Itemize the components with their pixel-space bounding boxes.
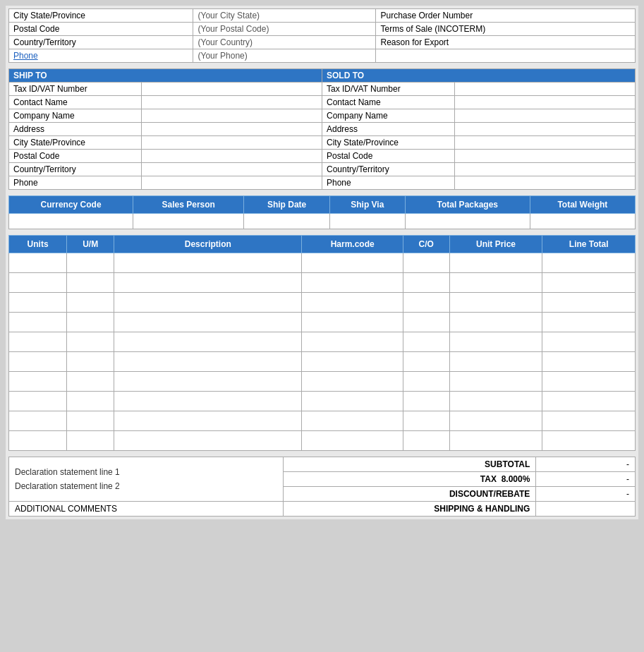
line-cell-9-0 bbox=[9, 431, 67, 451]
ship-value-5 bbox=[142, 150, 322, 163]
table-row bbox=[9, 293, 636, 313]
ship-value-7 bbox=[142, 176, 322, 190]
line-items-table: UnitsU/MDescriptionHarm.codeC/OUnit Pric… bbox=[8, 235, 636, 451]
line-col-1: U/M bbox=[67, 236, 114, 253]
line-cell-8-0 bbox=[9, 411, 67, 431]
sold-value-5 bbox=[455, 150, 636, 163]
discount-label: DISCOUNT/REBATE bbox=[283, 487, 536, 502]
line-cell-3-6 bbox=[542, 313, 636, 332]
line-cell-9-5 bbox=[449, 431, 542, 451]
table-row bbox=[9, 313, 636, 332]
line-col-0: Units bbox=[9, 236, 67, 253]
bottom-labels-row: ADDITIONAL COMMENTS SHIPPING & HANDLING bbox=[9, 502, 636, 517]
ship-value-0 bbox=[142, 83, 322, 96]
line-cell-1-1 bbox=[67, 273, 114, 293]
line-cell-4-0 bbox=[9, 332, 67, 352]
ship-data-4 bbox=[405, 214, 530, 229]
top-left-label-1: Postal Code bbox=[9, 23, 193, 36]
table-row bbox=[9, 253, 636, 273]
line-cell-8-5 bbox=[449, 411, 542, 431]
line-cell-1-0 bbox=[9, 273, 67, 293]
line-cell-9-6 bbox=[542, 431, 636, 451]
shipping-table: Currency CodeSales PersonShip DateShip V… bbox=[8, 195, 636, 229]
table-row bbox=[9, 431, 636, 451]
sold-value-3 bbox=[455, 123, 636, 136]
line-cell-4-6 bbox=[542, 332, 636, 352]
ship-value-2 bbox=[142, 109, 322, 123]
line-cell-1-3 bbox=[302, 273, 403, 293]
top-left-label-2: Country/Territory bbox=[9, 36, 193, 49]
ship-data-2 bbox=[244, 214, 330, 229]
shipping-handling-value bbox=[536, 502, 636, 517]
ship-value-3 bbox=[142, 123, 322, 136]
sold-value-0 bbox=[455, 83, 636, 96]
top-left-value-3: (Your Phone) bbox=[193, 49, 376, 63]
line-cell-4-3 bbox=[302, 332, 403, 352]
line-cell-3-3 bbox=[302, 313, 403, 332]
line-cell-1-4 bbox=[403, 273, 449, 293]
line-cell-6-4 bbox=[403, 372, 449, 392]
line-cell-3-5 bbox=[449, 313, 542, 332]
ship-data-5 bbox=[530, 214, 635, 229]
line-cell-8-6 bbox=[542, 411, 636, 431]
sold-label-6: Country/Territory bbox=[322, 163, 454, 176]
line-cell-6-6 bbox=[542, 372, 636, 392]
line-cell-0-4 bbox=[403, 253, 449, 273]
line-cell-5-6 bbox=[542, 352, 636, 372]
table-row bbox=[9, 352, 636, 372]
line-cell-6-2 bbox=[114, 372, 302, 392]
line-cell-7-6 bbox=[542, 392, 636, 411]
line-cell-8-1 bbox=[67, 411, 114, 431]
line-cell-2-3 bbox=[302, 293, 403, 313]
line-cell-8-4 bbox=[403, 411, 449, 431]
table-row bbox=[9, 273, 636, 293]
line-cell-9-3 bbox=[302, 431, 403, 451]
top-right-label-1: Terms of Sale (INCOTERM) bbox=[376, 23, 636, 36]
line-cell-0-0 bbox=[9, 253, 67, 273]
top-right-label-0: Purchase Order Number bbox=[376, 9, 636, 23]
line-col-6: Line Total bbox=[542, 236, 636, 253]
ship-label-6: Country/Territory bbox=[9, 163, 142, 176]
line-cell-3-0 bbox=[9, 313, 67, 332]
declaration-line-1: Declaration statement line 1 bbox=[15, 467, 277, 477]
ship-col-0: Currency Code bbox=[9, 196, 133, 214]
ship-data-0 bbox=[9, 214, 133, 229]
ship-label-5: Postal Code bbox=[9, 150, 142, 163]
top-left-value-2: (Your Country) bbox=[193, 36, 376, 49]
sold-value-2 bbox=[455, 109, 636, 123]
line-cell-6-3 bbox=[302, 372, 403, 392]
line-cell-7-5 bbox=[449, 392, 542, 411]
line-cell-3-2 bbox=[114, 313, 302, 332]
subtotal-label: SUBTOTAL bbox=[283, 457, 536, 472]
sold-label-7: Phone bbox=[322, 176, 454, 190]
subtotal-row: Declaration statement line 1 Declaration… bbox=[9, 457, 636, 472]
ship-value-4 bbox=[142, 136, 322, 150]
line-cell-4-1 bbox=[67, 332, 114, 352]
ship-col-5: Total Weight bbox=[530, 196, 635, 214]
line-cell-1-6 bbox=[542, 273, 636, 293]
ship-value-1 bbox=[142, 96, 322, 109]
sold-label-2: Company Name bbox=[322, 109, 454, 123]
ship-label-2: Company Name bbox=[9, 109, 142, 123]
sold-label-1: Contact Name bbox=[322, 96, 454, 109]
line-cell-7-1 bbox=[67, 392, 114, 411]
discount-value: - bbox=[536, 487, 636, 502]
line-cell-4-2 bbox=[114, 332, 302, 352]
sold-label-4: City State/Province bbox=[322, 136, 454, 150]
line-cell-0-5 bbox=[449, 253, 542, 273]
sold-value-1 bbox=[455, 96, 636, 109]
shipping-handling-label: SHIPPING & HANDLING bbox=[283, 502, 536, 517]
line-cell-7-0 bbox=[9, 392, 67, 411]
top-left-value-1: (Your Postal Code) bbox=[193, 23, 376, 36]
sold-label-3: Address bbox=[322, 123, 454, 136]
line-cell-5-2 bbox=[114, 352, 302, 372]
line-cell-0-1 bbox=[67, 253, 114, 273]
tax-label: TAX 8.000% bbox=[283, 472, 536, 487]
line-cell-8-2 bbox=[114, 411, 302, 431]
line-col-3: Harm.code bbox=[302, 236, 403, 253]
top-info-table: City State/Province(Your City State)Purc… bbox=[8, 8, 636, 63]
line-cell-1-5 bbox=[449, 273, 542, 293]
line-cell-2-6 bbox=[542, 293, 636, 313]
line-cell-5-5 bbox=[449, 352, 542, 372]
line-cell-8-3 bbox=[302, 411, 403, 431]
